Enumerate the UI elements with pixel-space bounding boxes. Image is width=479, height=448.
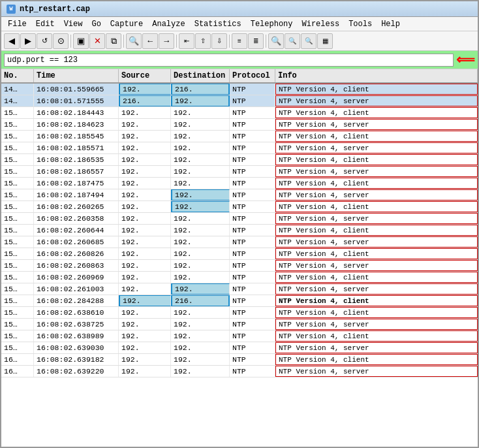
cell-source: 192. (119, 248, 171, 259)
table-row[interactable]: 15…16:08:02.260685192.192.NTPNTP Version… (1, 236, 478, 248)
menu-analyze[interactable]: Analyze (148, 18, 189, 30)
cell-no: 15… (1, 272, 34, 283)
target-button[interactable]: ⊙ (53, 33, 69, 49)
copy-button[interactable]: ⧉ (106, 33, 121, 49)
cell-destination: 192. (171, 225, 230, 236)
table-row[interactable]: 15…16:08:02.260826192.192.NTPNTP Version… (1, 248, 478, 260)
menu-telephony[interactable]: Telephony (247, 18, 297, 30)
cell-destination: 192. (171, 272, 230, 283)
cell-time: 16:08:02.260863 (34, 260, 119, 271)
back-button[interactable]: ◀ (4, 33, 20, 49)
cell-destination: 216. (171, 295, 230, 306)
menu-edit[interactable]: Edit (32, 18, 59, 30)
table-row[interactable]: 15…16:08:02.639030192.192.NTPNTP Version… (1, 342, 478, 354)
packet-table: No. Time Source Destination Protocol Inf… (1, 69, 478, 447)
table-row[interactable]: 16…16:08:02.639182192.192.NTPNTP Version… (1, 354, 478, 366)
rows-button[interactable]: ≣ (248, 33, 264, 49)
cell-source: 192. (119, 84, 171, 95)
cell-destination: 192. (171, 354, 230, 365)
cell-no: 15… (1, 166, 34, 177)
menu-wireless[interactable]: Wireless (298, 18, 344, 30)
cell-source: 216. (119, 95, 171, 106)
cell-info: NTP Version 4, client (275, 201, 478, 212)
cell-source: 192. (119, 166, 171, 177)
restart-button[interactable]: ↺ (37, 33, 52, 49)
zoom-in-button[interactable]: 🔍 (268, 33, 284, 49)
table-row[interactable]: 15…16:08:02.187475192.192.NTPNTP Version… (1, 178, 478, 189)
table-row[interactable]: 15…16:08:02.185571192.192.NTPNTP Version… (1, 142, 478, 154)
columns-button[interactable]: ≡ (232, 33, 247, 49)
table-row[interactable]: 15…16:08:02.186557192.192.NTPNTP Version… (1, 166, 478, 178)
cell-source: 192. (119, 342, 171, 353)
table-row[interactable]: 15…16:08:02.260644192.192.NTPNTP Version… (1, 225, 478, 236)
table-row[interactable]: 15…16:08:02.284288192.216.NTPNTP Version… (1, 295, 478, 307)
cell-destination: 192. (171, 154, 230, 165)
menu-tools[interactable]: Tools (345, 18, 376, 30)
table-row[interactable]: 15…16:08:02.187494192.192.NTPNTP Version… (1, 189, 478, 201)
next-button[interactable]: → (159, 33, 174, 49)
zoom-out-button[interactable]: 🔍 (285, 33, 300, 49)
table-row[interactable]: 15…16:08:02.184623192.192.NTPNTP Version… (1, 119, 478, 131)
cell-no: 15… (1, 107, 34, 118)
filter-bar: ⟸ (1, 51, 478, 69)
cell-time: 16:08:02.184443 (34, 107, 119, 118)
first-button[interactable]: ⇤ (179, 33, 194, 49)
table-row[interactable]: 15…16:08:02.184443192.192.NTPNTP Version… (1, 107, 478, 119)
cell-time: 16:08:02.284288 (34, 295, 119, 306)
table-row[interactable]: 15…16:08:02.186535192.192.NTPNTP Version… (1, 154, 478, 166)
menu-capture[interactable]: Capture (106, 18, 147, 30)
cell-info: NTP Version 4, server (275, 95, 478, 106)
cell-info: NTP Version 4, server (275, 283, 478, 295)
down-button[interactable]: ⇩ (211, 33, 227, 49)
cell-info: NTP Version 4, client (275, 248, 478, 259)
menu-view[interactable]: View (60, 18, 87, 30)
cell-protocol: NTP (230, 225, 275, 236)
cell-time: 16:08:02.260685 (34, 236, 119, 248)
cell-source: 192. (119, 107, 171, 118)
table-row[interactable]: 16…16:08:02.639220192.192.NTPNTP Version… (1, 366, 478, 377)
prev-button[interactable]: ← (142, 33, 158, 49)
cell-destination: 192. (171, 248, 230, 259)
cell-destination: 192. (171, 307, 230, 318)
zoom-fit-button[interactable]: 🔍 (301, 33, 317, 49)
table-row[interactable]: 15…16:08:02.260358192.192.NTPNTP Version… (1, 213, 478, 225)
table-row[interactable]: 15…16:08:02.260265192.192.NTPNTP Version… (1, 201, 478, 213)
cell-protocol: NTP (230, 189, 275, 200)
menu-statistics[interactable]: Statistics (191, 18, 245, 30)
forward-button[interactable]: ▶ (20, 33, 36, 49)
close-button[interactable]: ✕ (89, 33, 105, 49)
grid-button[interactable]: ▦ (317, 33, 333, 49)
cell-no: 15… (1, 283, 34, 295)
search-button[interactable]: 🔍 (126, 33, 142, 49)
up-button[interactable]: ⇧ (195, 33, 211, 49)
table-row[interactable]: 15…16:08:02.185545192.192.NTPNTP Version… (1, 131, 478, 142)
cell-protocol: NTP (230, 178, 275, 189)
cell-protocol: NTP (230, 236, 275, 248)
table-row[interactable]: 15…16:08:02.260863192.192.NTPNTP Version… (1, 260, 478, 272)
file-button[interactable]: ▣ (73, 33, 89, 49)
table-row[interactable]: 15…16:08:02.638610192.192.NTPNTP Version… (1, 307, 478, 319)
cell-source: 192. (119, 178, 171, 189)
toolbar-sep-1 (70, 35, 71, 48)
menu-file[interactable]: File (4, 18, 31, 30)
cell-info: NTP Version 4, server (275, 342, 478, 353)
filter-input[interactable] (4, 54, 454, 67)
table-row[interactable]: 15…16:08:02.260969192.192.NTPNTP Version… (1, 272, 478, 283)
table-row[interactable]: 14…16:08:01.571555216.192.NTPNTP Version… (1, 95, 478, 107)
cell-info: NTP Version 4, client (275, 295, 478, 306)
toolbar-sep-2 (123, 35, 124, 48)
cell-info: NTP Version 4, server (275, 166, 478, 177)
cell-protocol: NTP (230, 342, 275, 353)
cell-no: 15… (1, 236, 34, 248)
table-row[interactable]: 15…16:08:02.261003192.192.NTPNTP Version… (1, 283, 478, 295)
cell-destination: 192. (171, 189, 230, 200)
cell-destination: 192. (171, 201, 230, 212)
table-row[interactable]: 14…16:08:01.559665192.216.NTPNTP Version… (1, 84, 478, 95)
cell-time: 16:08:02.186557 (34, 166, 119, 177)
table-row[interactable]: 15…16:08:02.638989192.192.NTPNTP Version… (1, 330, 478, 342)
cell-destination: 192. (171, 213, 230, 224)
menu-help[interactable]: Help (377, 18, 404, 30)
cell-time: 16:08:02.260826 (34, 248, 119, 259)
menu-go[interactable]: Go (87, 18, 104, 30)
table-row[interactable]: 15…16:08:02.638725192.192.NTPNTP Version… (1, 319, 478, 330)
